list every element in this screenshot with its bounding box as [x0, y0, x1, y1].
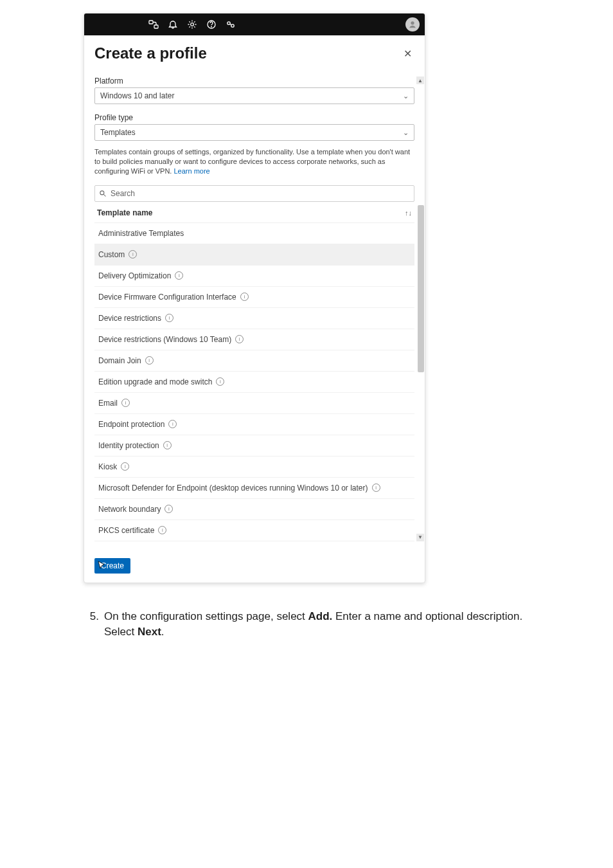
platform-label: Platform — [94, 77, 414, 86]
template-row-label: Delivery Optimization — [98, 271, 171, 280]
info-icon[interactable]: i — [164, 505, 173, 513]
svg-point-4 — [211, 26, 212, 27]
platform-select[interactable]: Windows 10 and later ⌄ — [94, 87, 414, 104]
svg-rect-0 — [149, 21, 153, 24]
platform-value: Windows 10 and later — [100, 91, 174, 100]
scroll-down-icon[interactable]: ▼ — [416, 534, 424, 541]
info-icon[interactable]: i — [372, 484, 380, 492]
avatar[interactable] — [405, 17, 420, 32]
top-bar — [84, 14, 425, 35]
template-row[interactable]: Device restrictions (Windows 10 Team)i — [94, 329, 414, 350]
template-row-label: Kiosk — [98, 462, 117, 471]
scroll-up-icon[interactable]: ▲ — [416, 77, 424, 84]
template-row[interactable]: Administrative Templates — [94, 223, 414, 244]
template-row[interactable]: Identity protectioni — [94, 435, 414, 457]
search-placeholder: Search — [111, 189, 135, 198]
template-row-label: Network boundary — [98, 505, 161, 514]
info-icon[interactable]: i — [121, 399, 130, 407]
template-row-label: Identity protection — [98, 441, 159, 450]
template-row[interactable]: Device Firmware Configuration Interfacei — [94, 287, 414, 308]
info-icon[interactable]: i — [145, 356, 154, 365]
chevron-down-icon: ⌄ — [403, 92, 409, 100]
scroll-thumb[interactable] — [418, 205, 424, 372]
template-row-label: PKCS certificate — [98, 526, 154, 535]
template-row-label: Email — [98, 399, 118, 408]
info-icon[interactable]: i — [165, 314, 173, 322]
template-row[interactable]: PKCS certificatei — [94, 520, 414, 541]
svg-point-8 — [100, 190, 104, 194]
template-row[interactable]: Edition upgrade and mode switchi — [94, 372, 414, 393]
template-row-label: Domain Join — [98, 356, 141, 365]
instruction-step-5: 5. On the configuration settings page, s… — [84, 609, 549, 640]
template-row[interactable]: Endpoint protectioni — [94, 414, 414, 435]
svg-point-6 — [231, 24, 234, 27]
sort-icon: ↑↓ — [405, 209, 412, 217]
svg-point-7 — [411, 21, 414, 24]
info-icon[interactable]: i — [216, 377, 224, 386]
connect-icon[interactable] — [148, 19, 159, 30]
template-row-label: Administrative Templates — [98, 229, 184, 238]
bell-icon[interactable] — [168, 19, 178, 30]
svg-point-2 — [191, 23, 194, 26]
template-row[interactable]: Delivery Optimizationi — [94, 266, 414, 287]
grid-header-label: Template name — [97, 208, 152, 217]
create-button[interactable]: Create — [94, 558, 130, 574]
template-row[interactable]: Kioski — [94, 457, 414, 478]
template-list: Administrative TemplatesCustomiDelivery … — [94, 223, 414, 541]
scrollbar[interactable]: ▲ ▼ — [416, 77, 424, 541]
template-row[interactable]: Domain Joini — [94, 350, 414, 372]
help-icon[interactable] — [206, 19, 217, 30]
template-row[interactable]: Device restrictionsi — [94, 308, 414, 329]
info-icon[interactable]: i — [163, 441, 172, 449]
profile-type-select[interactable]: Templates ⌄ — [94, 124, 414, 141]
template-row-label: Edition upgrade and mode switch — [98, 377, 212, 386]
panel-scroll-area: ▲ ▼ Platform Windows 10 and later ⌄ Prof… — [94, 77, 414, 541]
template-row-label: Device Firmware Configuration Interface — [98, 293, 236, 302]
search-icon — [99, 190, 107, 197]
template-row[interactable]: Microsoft Defender for Endpoint (desktop… — [94, 478, 414, 499]
template-row-label: Custom — [98, 250, 125, 259]
info-icon[interactable]: i — [168, 420, 177, 428]
gear-icon[interactable] — [187, 19, 197, 30]
step-number: 5. — [84, 609, 99, 625]
learn-more-link[interactable]: Learn more — [173, 167, 209, 175]
template-row[interactable]: Network boundaryi — [94, 499, 414, 520]
template-row-label: Microsoft Defender for Endpoint (desktop… — [98, 484, 368, 493]
info-icon[interactable]: i — [240, 293, 249, 301]
step-text: On the configuration settings page, sele… — [104, 609, 549, 640]
svg-rect-1 — [154, 25, 158, 28]
close-icon[interactable]: ✕ — [401, 45, 414, 62]
grid-header[interactable]: Template name ↑↓ — [94, 202, 414, 223]
panel-title: Create a profile — [94, 44, 207, 62]
info-icon[interactable]: i — [235, 335, 244, 343]
feedback-icon[interactable] — [226, 19, 236, 30]
profile-type-label: Profile type — [94, 113, 414, 122]
info-icon[interactable]: i — [129, 250, 137, 258]
info-icon[interactable]: i — [175, 271, 183, 280]
info-icon[interactable]: i — [121, 462, 129, 471]
template-row-label: Device restrictions — [98, 314, 161, 323]
template-row-label: Device restrictions (Windows 10 Team) — [98, 335, 231, 344]
search-input[interactable]: Search — [94, 185, 414, 202]
svg-point-5 — [227, 22, 230, 24]
profile-type-value: Templates — [100, 128, 136, 137]
screenshot-card: Create a profile ✕ ▲ ▼ Platform Windows … — [84, 13, 425, 583]
chevron-down-icon: ⌄ — [403, 129, 409, 137]
templates-description: Templates contain groups of settings, or… — [94, 147, 414, 176]
template-row[interactable]: Customi — [94, 244, 414, 266]
info-icon[interactable]: i — [158, 526, 166, 534]
template-row-label: Endpoint protection — [98, 420, 164, 429]
cursor-icon — [97, 560, 107, 570]
template-row[interactable]: Emaili — [94, 393, 414, 414]
